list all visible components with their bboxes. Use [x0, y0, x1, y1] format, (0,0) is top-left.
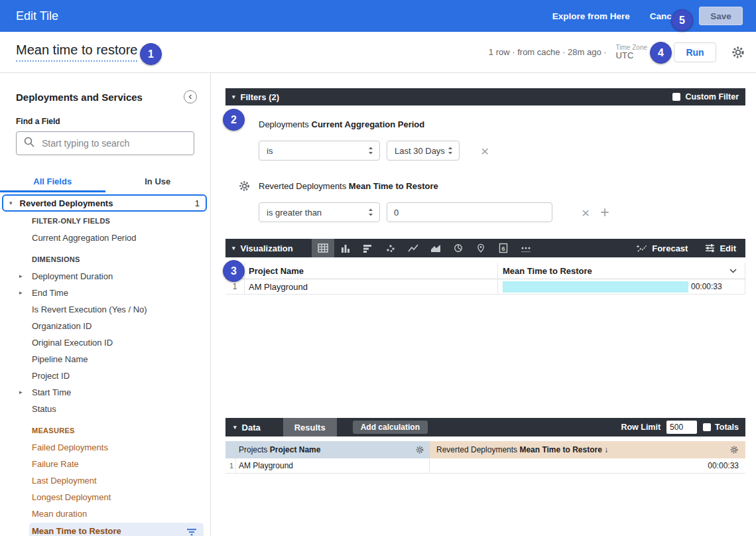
field-list: FILTER-ONLY FIELDS Current Aggregation P…	[0, 213, 210, 536]
field-failure-rate[interactable]: Failure Rate	[0, 456, 210, 472]
viz-more-types-icon[interactable]	[515, 239, 537, 257]
chevron-down-icon[interactable]	[729, 269, 737, 273]
search-icon	[23, 136, 35, 151]
collapse-caret-icon[interactable]: ▾	[233, 424, 237, 431]
viz-area-chart-icon[interactable]	[424, 239, 447, 257]
value-bar	[503, 281, 688, 293]
caret-down-icon[interactable]: ▾	[9, 200, 13, 206]
visualization-section-header[interactable]: ▾ Visualization	[225, 239, 745, 257]
field-end-time[interactable]: ▸End Time	[0, 285, 210, 301]
field-current-aggregation-period[interactable]: Current Aggregation Period	[0, 230, 210, 246]
field-start-time[interactable]: ▸Start Time	[0, 384, 210, 401]
viz-table-row[interactable]: 1 AM Playground 00:00:33	[225, 279, 745, 295]
viz-col-mean-time-to-restore[interactable]: Mean Time to Restore	[497, 263, 745, 279]
custom-filter-toggle[interactable]: Custom Filter	[672, 92, 739, 101]
viz-col-project-name[interactable]: Project Name	[244, 263, 497, 279]
fields-in-use-count: 1	[195, 198, 200, 208]
data-col-project-name[interactable]: Projects Project Name	[225, 441, 430, 458]
data-col-mean-time-to-restore[interactable]: Reverted Deployments Mean Time to Restor…	[430, 441, 745, 458]
viz-map-icon[interactable]	[470, 239, 492, 257]
caret-right-icon[interactable]: ▸	[19, 384, 23, 401]
field-is-revert-execution[interactable]: Is Revert Execution (Yes / No)	[0, 301, 210, 318]
annotation-badge-5: 5	[671, 9, 693, 31]
viz-single-value-icon[interactable]: 6	[492, 239, 515, 257]
run-button[interactable]: Run	[674, 42, 716, 62]
field-original-execution-id[interactable]: Original Execution ID	[0, 334, 210, 351]
filter2-operator-select[interactable]: is greater than	[259, 202, 380, 222]
forecast-button[interactable]: Forecast	[636, 243, 688, 253]
dimensions-heading: DIMENSIONS	[0, 251, 210, 268]
window-title: Edit Tile	[16, 9, 58, 23]
collapse-sidebar-icon[interactable]	[184, 90, 197, 103]
collapse-caret-icon[interactable]: ▾	[232, 245, 235, 251]
caret-right-icon[interactable]: ▸	[19, 268, 23, 285]
caret-right-icon[interactable]: ▸	[19, 285, 23, 301]
viz-bar-chart-icon[interactable]	[357, 239, 379, 257]
filters-section-header[interactable]: ▾ Filters (2) Custom Filter	[225, 88, 745, 105]
view-reverted-deployments[interactable]: ▾ Reverted Deployments 1	[2, 194, 207, 212]
tab-all-fields[interactable]: All Fields	[0, 170, 105, 192]
project-name-cell[interactable]: AM Playground	[244, 279, 497, 294]
project-name-cell[interactable]: AM Playground	[236, 458, 430, 473]
row-limit-label: Row Limit	[621, 423, 661, 432]
field-mean-time-to-restore-selected[interactable]: Mean Time to Restore	[29, 523, 204, 536]
unfold-arrows-icon	[368, 147, 373, 155]
results-tab[interactable]: Results	[283, 418, 337, 436]
mean-time-cell[interactable]: 00:00:33	[497, 279, 745, 294]
field-longest-deployment[interactable]: Longest Deployment	[0, 489, 210, 505]
add-filter-icon[interactable]: +	[600, 205, 609, 220]
field-last-deployment[interactable]: Last Deployment	[0, 472, 210, 489]
filter2-gear-icon[interactable]	[238, 180, 251, 194]
viz-table-icon[interactable]	[312, 239, 334, 257]
remove-filter1-icon[interactable]: ×	[481, 144, 489, 158]
field-mean-duration[interactable]: Mean duration	[0, 505, 210, 522]
filter1-operator-select[interactable]: is	[259, 141, 380, 161]
find-a-field-label: Find a Field	[16, 117, 194, 126]
field-project-id[interactable]: Project ID	[0, 368, 210, 384]
filter1-value-select[interactable]: Last 30 Days	[387, 141, 460, 161]
filter-applied-icon[interactable]	[186, 527, 197, 536]
field-deployment-duration[interactable]: ▸Deployment Duration	[0, 268, 210, 285]
field-picker-sidebar: Deployments and Services Find a Field Al…	[0, 73, 211, 536]
active-tab-underline	[0, 190, 105, 192]
field-status[interactable]: Status	[0, 401, 210, 417]
field-search-box[interactable]	[16, 131, 194, 155]
row-limit-input[interactable]	[666, 421, 697, 434]
data-table-row[interactable]: 1 AM Playground 00:00:33	[225, 458, 745, 474]
mean-time-cell[interactable]: 00:00:33	[430, 461, 745, 470]
save-button[interactable]: Save	[699, 7, 743, 25]
field-pipeline-name[interactable]: Pipeline Name	[0, 351, 210, 368]
edit-viz-button[interactable]: Edit	[705, 243, 736, 253]
viz-scatterplot-icon[interactable]	[379, 239, 402, 257]
query-settings-gear-icon[interactable]	[731, 45, 745, 60]
add-calculation-button[interactable]: Add calculation	[353, 421, 428, 434]
topbar-actions: Explore from Here Cancel Save	[552, 7, 743, 25]
viz-column-chart-icon[interactable]	[334, 239, 357, 257]
unfold-arrows-icon	[448, 147, 453, 155]
field-search-input[interactable]	[42, 138, 187, 149]
viz-line-chart-icon[interactable]	[402, 239, 424, 257]
visualization-section-title: Visualization	[241, 243, 293, 253]
explore-from-here-link[interactable]: Explore from Here	[552, 11, 630, 21]
tile-title[interactable]: Mean time to restore	[16, 42, 137, 62]
totals-toggle[interactable]: Totals	[703, 423, 739, 432]
viz-type-toolbar: 6	[312, 239, 537, 257]
filter2-value-input[interactable]	[387, 202, 552, 222]
data-section-header[interactable]: ▾ Data Results Add calculation Row Limit…	[225, 418, 745, 436]
viz-pie-chart-icon[interactable]	[447, 239, 470, 257]
field-organization-id[interactable]: Organization ID	[0, 318, 210, 334]
collapse-caret-icon[interactable]: ▾	[232, 94, 235, 100]
column-gear-icon[interactable]	[729, 445, 739, 454]
tile-title-bar: Mean time to restore 1 row · from cache …	[0, 32, 756, 73]
column-gear-icon[interactable]	[415, 445, 424, 454]
row-number: 1	[225, 282, 244, 291]
sliders-icon	[705, 243, 715, 253]
annotation-badge-2: 2	[223, 109, 245, 131]
custom-filter-checkbox[interactable]	[672, 93, 680, 101]
tab-in-use[interactable]: In Use	[105, 170, 211, 192]
totals-checkbox[interactable]	[703, 423, 711, 431]
timezone-block[interactable]: Time Zone UTC	[616, 44, 647, 60]
remove-filter2-icon[interactable]: ×	[582, 206, 590, 220]
row-number: 1	[225, 458, 236, 473]
field-failed-deployments[interactable]: Failed Deployments	[0, 439, 210, 456]
